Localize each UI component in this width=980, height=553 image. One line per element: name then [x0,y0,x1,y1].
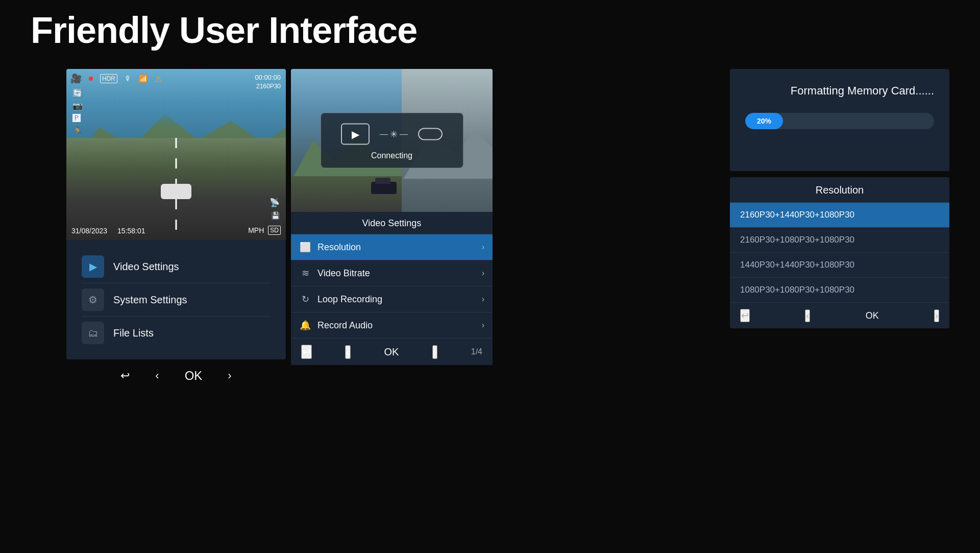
dashcam-left-icons: 🔄 📷 🅿 🏃 [72,88,83,136]
dashcam-conn-icon: ▶ [352,128,359,140]
center-next-button[interactable]: › [432,345,438,359]
dashcam-speed: MPH SD [248,226,281,235]
conn-car [371,182,397,194]
right-next-button[interactable]: › [934,309,939,322]
file-lists-label: File Lists [113,327,154,339]
loop-recording-icon: ↻ [299,294,311,305]
sd-icon: 💾 [271,211,280,220]
bitrate-label: Video Bitrate [317,268,476,279]
conn-dot-1: — [380,130,388,139]
connecting-text: Connecting [371,151,412,160]
vs-item-resolution[interactable]: ⬜ Resolution › [291,234,493,260]
speed-unit: MPH [248,226,264,234]
res-item-1[interactable]: 2160P30+1440P30+1080P30 [730,203,949,228]
page-title: Friendly User Interface [31,9,417,51]
video-settings-icon-box: ▶ [82,255,104,278]
dashcam-right-icons: 📡 💾 [270,198,280,220]
system-settings-icon-box: ⚙ [82,288,104,311]
person-icon: 🏃 [72,126,83,136]
resolution-label: Resolution [317,242,476,253]
left-prev-button[interactable]: ‹ [155,369,159,382]
menu-item-files[interactable]: 🗂 File Lists [82,317,271,349]
left-ok-label: OK [185,369,203,383]
device-phone-icon [418,128,443,140]
resolution-value: 2160P30 [255,82,281,91]
video-settings-label: Video Settings [113,261,179,273]
format-progress-fill: 20% [745,113,783,129]
record-audio-label: Record Audio [317,320,476,331]
video-icon: ▶ [89,260,97,273]
res-item-3[interactable]: 1440P30+1440P30+1080P30 [730,253,949,278]
loop-icon: 🔄 [72,88,83,98]
menu-item-video[interactable]: ▶ Video Settings [82,250,271,283]
left-panel: 🎥 HDR 🎙 📶 ⚠ 🔄 📷 🅿 🏃 📡 💾 00:0 [66,69,286,392]
format-title: Formatting Memory Card...... [745,84,934,98]
warning-icon: ⚠ [155,74,162,84]
format-screen: Formatting Memory Card...... 20% [730,69,949,171]
bitrate-arrow: › [482,269,484,278]
format-progress-bar: 20% [745,113,934,129]
loop-arrow: › [482,295,484,304]
record-audio-icon: 🔔 [299,320,311,331]
connecting-screen: ▶ — ✳ — Connecting [291,69,493,212]
center-ok-label: OK [384,346,399,358]
resolution-panel-title: Resolution [730,177,949,203]
photo-icon: 📷 [72,101,83,111]
left-bottom-nav: ↩ ‹ OK › [66,359,286,392]
conn-road-right [402,179,493,212]
right-panel: Formatting Memory Card...... 20% Resolut… [730,69,949,328]
right-back-button[interactable]: ↩ [740,309,750,322]
speedometer-icon: SD [268,226,281,235]
gear-icon: ⚙ [88,294,97,306]
loop-recording-label: Loop Recording [317,294,476,305]
resolution-icon: ⬜ [299,242,311,253]
folder-icon: 🗂 [88,327,98,339]
res-item-4[interactable]: 1080P30+1080P30+1080P30 [730,278,949,303]
connecting-dialog: ▶ — ✳ — Connecting [321,113,463,169]
center-back-button[interactable]: ↩ [301,345,312,359]
dashcam-time: 15:58:01 [117,227,145,235]
format-progress-text: 20% [757,117,771,125]
dashcam-top-icons: 🎥 HDR 🎙 📶 ⚠ [70,73,162,84]
hdr-icon: HDR [100,74,117,83]
video-settings-title: Video Settings [291,212,493,234]
dashcam-datetime: 31/08/2023 15:58:01 [71,227,145,235]
file-lists-icon-box: 🗂 [82,322,104,344]
video-settings-menu: Video Settings ⬜ Resolution › ≋ Video Bi… [291,212,493,365]
parking-icon: 🅿 [72,114,83,123]
gps-icon: 📡 [270,198,280,207]
menu-item-system[interactable]: ⚙ System Settings [82,283,271,317]
bitrate-icon: ≋ [299,268,311,279]
conn-asterisk-icon: ✳ [390,129,398,140]
vs-item-audio[interactable]: 🔔 Record Audio › [291,312,493,339]
mic-icon: 🎙 [125,75,132,83]
audio-arrow: › [482,321,484,330]
device-dashcam-icon: ▶ [341,124,370,145]
page-indicator: 1/4 [471,347,482,356]
record-dot [89,77,93,81]
right-ok-label: OK [866,310,879,321]
right-bottom-nav: ↩ ‹ OK › [730,303,949,328]
vs-item-bitrate[interactable]: ≋ Video Bitrate › [291,260,493,286]
vs-item-loop[interactable]: ↻ Loop Recording › [291,286,493,312]
dashcam-screen: 🎥 HDR 🎙 📶 ⚠ 🔄 📷 🅿 🏃 📡 💾 00:0 [66,69,286,240]
dashcam-timestamp: 00:00:00 2160P30 [255,73,281,91]
conn-dot-2: — [400,130,408,139]
resolution-panel: Resolution 2160P30+1440P30+1080P30 2160P… [730,177,949,328]
left-back-button[interactable]: ↩ [120,369,130,382]
res-item-2[interactable]: 2160P30+1080P30+1080P30 [730,228,949,253]
left-next-button[interactable]: › [228,369,231,382]
left-menu: ▶ Video Settings ⚙ System Settings 🗂 Fil… [66,240,286,359]
connecting-line: — ✳ — [380,129,408,140]
timestamp-value: 00:00:00 [255,73,281,82]
connecting-devices: ▶ — ✳ — [341,124,443,145]
center-panel: ▶ — ✳ — Connecting Video Settings ⬜ Reso… [291,69,493,365]
wifi-icon: 📶 [139,75,148,83]
right-prev-button[interactable]: ‹ [805,309,810,322]
center-bottom-nav: ↩ ‹ OK › 1/4 [291,339,493,365]
dashcam-overlay: 🎥 HDR 🎙 📶 ⚠ 🔄 📷 🅿 🏃 📡 💾 00:0 [66,69,286,240]
resolution-arrow: › [482,243,484,252]
system-settings-label: System Settings [113,294,187,306]
center-prev-button[interactable]: ‹ [345,345,351,359]
dashcam-bottom-info: 31/08/2023 15:58:01 MPH SD [71,226,281,235]
